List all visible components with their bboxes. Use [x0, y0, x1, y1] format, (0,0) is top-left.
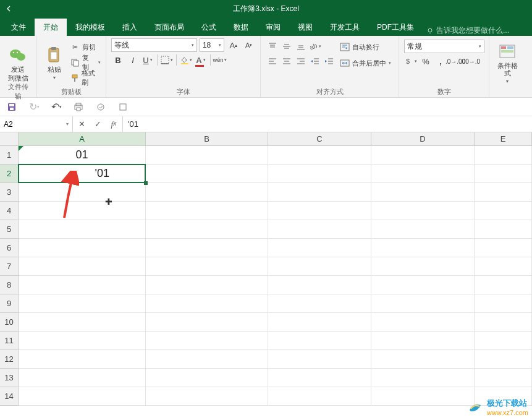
cell-E13[interactable] [475, 369, 532, 387]
save-button[interactable] [5, 100, 19, 114]
cell-C4[interactable] [268, 202, 371, 220]
cell-B4[interactable] [146, 202, 268, 220]
cell-A9[interactable] [19, 294, 146, 313]
align-middle-button[interactable] [280, 40, 293, 53]
cell-D4[interactable] [371, 202, 475, 220]
row-header-8[interactable]: 8 [0, 276, 18, 294]
cell-E10[interactable] [475, 313, 532, 332]
print-preview-button[interactable] [72, 100, 85, 114]
cell-C1[interactable] [268, 146, 371, 165]
cell-B3[interactable] [146, 183, 268, 202]
font-name-combo[interactable]: 等线▾ [111, 38, 197, 52]
cell-D7[interactable] [371, 257, 475, 276]
cell-B11[interactable] [146, 332, 268, 350]
cell-A5[interactable] [19, 220, 146, 239]
cell-B7[interactable] [146, 257, 268, 276]
row-header-1[interactable]: 1 [0, 146, 18, 165]
row-header-14[interactable]: 14 [0, 387, 18, 406]
worksheet-grid[interactable]: ABCDE 1234567891011121314 01'01 ✚ [0, 132, 532, 419]
copy-button[interactable]: 复制 ▾ [70, 55, 101, 70]
row-header-9[interactable]: 9 [0, 294, 18, 313]
cell-C2[interactable] [268, 165, 371, 183]
cell-E3[interactable] [475, 183, 532, 202]
cell-D5[interactable] [371, 220, 475, 239]
cell-E6[interactable] [475, 239, 532, 257]
undo-button[interactable]: ↶▾ [49, 100, 63, 114]
cell-C3[interactable] [268, 183, 371, 202]
row-header-5[interactable]: 5 [0, 220, 18, 239]
wrap-text-button[interactable]: 自动换行 [340, 40, 391, 54]
qat-item-2[interactable] [116, 100, 130, 114]
cell-B1[interactable] [146, 146, 268, 165]
cell-A7[interactable] [19, 257, 146, 276]
border-button[interactable] [160, 53, 174, 67]
cell-E7[interactable] [475, 257, 532, 276]
cell-E12[interactable] [475, 350, 532, 369]
cell-A10[interactable] [19, 313, 146, 332]
align-left-button[interactable] [266, 54, 279, 68]
cell-B2[interactable] [146, 165, 268, 183]
cell-A8[interactable] [19, 276, 146, 294]
cell-B6[interactable] [146, 239, 268, 257]
cell-C7[interactable] [268, 257, 371, 276]
confirm-edit-button[interactable]: ✓ [93, 119, 103, 129]
phonetic-button[interactable]: wén [213, 53, 227, 67]
tab-insert[interactable]: 插入 [114, 19, 146, 36]
fill-color-button[interactable] [179, 53, 193, 67]
format-painter-button[interactable]: 格式刷 [70, 71, 101, 85]
cell-C10[interactable] [268, 313, 371, 332]
tab-review[interactable]: 审阅 [257, 19, 289, 36]
cell-A12[interactable] [19, 350, 146, 369]
qat-item-1[interactable] [94, 100, 108, 114]
cell-B12[interactable] [146, 350, 268, 369]
row-header-6[interactable]: 6 [0, 239, 18, 257]
decrease-font-button[interactable]: A▾ [242, 38, 255, 52]
cell-D6[interactable] [371, 239, 475, 257]
paste-button[interactable]: 粘贴 ▾ [42, 38, 66, 86]
insert-function-button[interactable]: fx [109, 119, 119, 129]
col-header-A[interactable]: A [19, 132, 146, 145]
col-header-D[interactable]: D [371, 132, 475, 145]
col-header-B[interactable]: B [146, 132, 268, 145]
align-top-button[interactable] [266, 40, 279, 53]
cell-D1[interactable] [371, 146, 475, 165]
row-header-4[interactable]: 4 [0, 202, 18, 220]
tab-pdf[interactable]: PDF工具集 [368, 19, 423, 36]
tab-formulas[interactable]: 公式 [193, 19, 225, 36]
cell-B8[interactable] [146, 276, 268, 294]
accounting-button[interactable]: $ [404, 54, 418, 68]
align-center-button[interactable] [280, 54, 293, 68]
percent-button[interactable]: % [419, 54, 433, 68]
cut-button[interactable]: ✂ 剪切 [70, 40, 101, 54]
align-right-button[interactable] [294, 54, 308, 68]
cell-A6[interactable] [19, 239, 146, 257]
tab-dev[interactable]: 开发工具 [321, 19, 368, 36]
conditional-format-button[interactable]: 条件格式 ▾ [494, 38, 520, 86]
tab-layout[interactable]: 页面布局 [146, 19, 193, 36]
cell-D10[interactable] [371, 313, 475, 332]
cell-D11[interactable] [371, 332, 475, 350]
cell-A1[interactable]: 01 [19, 146, 146, 165]
italic-button[interactable]: I [126, 53, 140, 67]
increase-indent-button[interactable] [323, 54, 336, 68]
font-size-combo[interactable]: 18▾ [200, 38, 224, 52]
cell-C13[interactable] [268, 369, 371, 387]
orientation-button[interactable]: ab [308, 40, 322, 53]
name-box[interactable]: A2 ▾ [0, 116, 73, 132]
decrease-indent-button[interactable] [308, 54, 322, 68]
cell-A14[interactable] [19, 387, 146, 406]
row-header-2[interactable]: 2 [0, 165, 18, 183]
align-bottom-button[interactable] [294, 40, 308, 53]
bold-button[interactable]: B [111, 53, 125, 67]
cell-E11[interactable] [475, 332, 532, 350]
cell-A11[interactable] [19, 332, 146, 350]
tab-file[interactable]: 文件 [2, 19, 35, 36]
cancel-edit-button[interactable]: ✕ [77, 119, 87, 129]
col-header-C[interactable]: C [268, 132, 371, 145]
cell-E2[interactable] [475, 165, 532, 183]
underline-button[interactable]: U [141, 53, 154, 67]
cell-D9[interactable] [371, 294, 475, 313]
row-header-11[interactable]: 11 [0, 332, 18, 350]
cell-D14[interactable] [371, 387, 475, 406]
cell-D13[interactable] [371, 369, 475, 387]
